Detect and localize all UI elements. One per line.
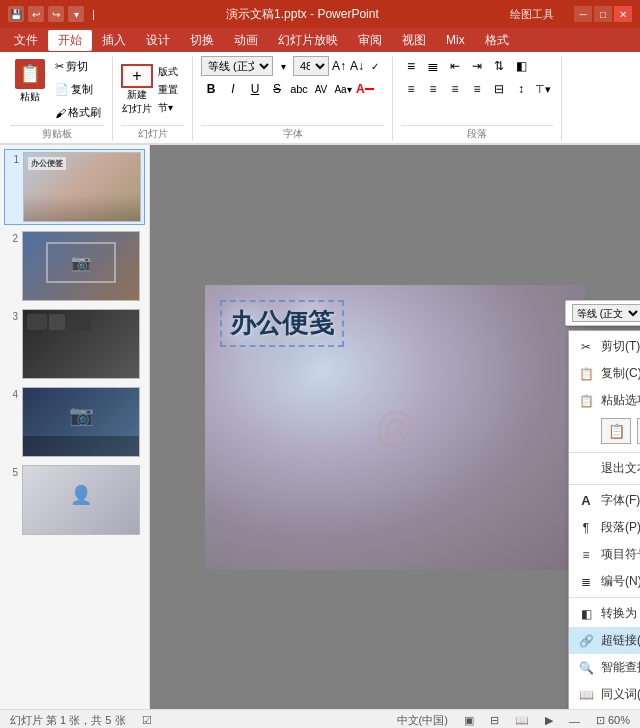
- font-size-select[interactable]: 48: [293, 56, 329, 76]
- strikethrough-btn[interactable]: S: [267, 79, 287, 99]
- decrease-indent-btn[interactable]: ⇤: [445, 56, 465, 76]
- slide-thumb-4[interactable]: 4 📷: [4, 385, 145, 459]
- slide-thumb-3[interactable]: 3: [4, 307, 145, 381]
- font-group: 等线 (正文) ▾ 48 A↑ A↓ ✓ B I U S abc AV Aa▾ …: [193, 56, 393, 141]
- view-reading-btn[interactable]: 📖: [515, 714, 529, 727]
- view-normal-btn[interactable]: ▣: [464, 714, 474, 727]
- convert-smartart-btn[interactable]: ◧: [511, 56, 531, 76]
- cols-btn[interactable]: ⊟: [489, 79, 509, 99]
- close-btn[interactable]: ✕: [614, 6, 632, 22]
- menu-format[interactable]: 格式: [475, 30, 519, 51]
- context-synonyms[interactable]: 📖 同义词(Y) ▶: [569, 681, 640, 708]
- clipboard-buttons: 📋 粘贴 ✂ 剪切 📄 复制 🖌 格式刷: [10, 56, 104, 123]
- format-painter-button[interactable]: 🖌 格式刷: [52, 102, 104, 123]
- context-exit-text-label: 退出文本编辑(X): [601, 460, 640, 477]
- menu-insert[interactable]: 插入: [92, 30, 136, 51]
- layout-button[interactable]: 版式: [157, 64, 179, 80]
- window-controls: ─ □ ✕: [574, 6, 632, 22]
- underline-btn[interactable]: U: [245, 79, 265, 99]
- shadow-btn[interactable]: abc: [289, 79, 309, 99]
- menu-file[interactable]: 文件: [4, 30, 48, 51]
- view-slideshow-btn[interactable]: ▶: [545, 714, 553, 727]
- bullets-btn[interactable]: ≡: [401, 56, 421, 76]
- context-bullets[interactable]: ≡ 项目符号(B) ▶: [569, 541, 640, 568]
- menu-slideshow[interactable]: 幻灯片放映: [268, 30, 348, 51]
- copy-button[interactable]: 📄 复制: [52, 79, 104, 100]
- font-color-btn[interactable]: A: [355, 79, 375, 99]
- context-paragraph[interactable]: ¶ 段落(P)...: [569, 514, 640, 541]
- accessibility-icon: ☑: [142, 714, 152, 727]
- paste-icon: 📋: [15, 59, 45, 89]
- minimize-btn[interactable]: ─: [574, 6, 592, 22]
- ctx-sep-1: [569, 452, 640, 453]
- drawing-tools-label: 绘图工具: [510, 7, 554, 22]
- decrease-font-btn[interactable]: A↓: [349, 58, 365, 74]
- context-copy[interactable]: 📋 复制(C): [569, 360, 640, 387]
- slide1-title-label: 办公便签: [28, 157, 66, 170]
- new-slide-label2: 幻灯片: [122, 102, 152, 116]
- menu-home[interactable]: 开始: [48, 30, 92, 51]
- cut-icon: ✂: [577, 338, 595, 356]
- slide-thumb-5[interactable]: 5 👤: [4, 463, 145, 537]
- increase-font-btn[interactable]: A↑: [331, 58, 347, 74]
- menu-mix[interactable]: Mix: [436, 31, 475, 49]
- slide-thumb-1[interactable]: 1 办公便签: [4, 149, 145, 225]
- new-slide-button[interactable]: + 新建 幻灯片: [121, 64, 153, 116]
- slide-num-2: 2: [6, 233, 18, 244]
- format-painter-label: 格式刷: [68, 105, 101, 120]
- font-name-select[interactable]: 等线 (正文): [201, 56, 273, 76]
- text-align-btn[interactable]: ⊤▾: [533, 79, 553, 99]
- context-menu: ✂ 剪切(T) 📋 复制(C) 📋 粘贴选项: 📋 🖼 退出文本编辑(X): [568, 330, 640, 709]
- context-numbering[interactable]: ≣ 编号(N) ▶: [569, 568, 640, 595]
- bold-btn[interactable]: B: [201, 79, 221, 99]
- context-font[interactable]: A 字体(F)...: [569, 487, 640, 514]
- context-translate[interactable]: 🌐 翻译(S): [569, 708, 640, 709]
- section-button[interactable]: 节▾: [157, 100, 179, 116]
- menu-view[interactable]: 视图: [392, 30, 436, 51]
- slide-thumb-2[interactable]: 2 📷: [4, 229, 145, 303]
- customize-icon[interactable]: ▾: [68, 6, 84, 22]
- menu-transitions[interactable]: 切换: [180, 30, 224, 51]
- title-bar-icons: 💾 ↩ ↪ ▾ |: [8, 6, 95, 22]
- menu-design[interactable]: 设计: [136, 30, 180, 51]
- view-slide-btn[interactable]: ⊟: [490, 714, 499, 727]
- menu-review[interactable]: 审阅: [348, 30, 392, 51]
- text-direction-btn[interactable]: ⇅: [489, 56, 509, 76]
- numbering-btn[interactable]: ≣: [423, 56, 443, 76]
- align-justify-btn[interactable]: ≡: [467, 79, 487, 99]
- mini-font-select[interactable]: 等线 (正文 ▾: [572, 304, 640, 322]
- italic-btn[interactable]: I: [223, 79, 243, 99]
- font-dropdown-icon[interactable]: ▾: [275, 58, 291, 74]
- zoom-slider-icon[interactable]: ⊡ 60%: [596, 714, 630, 727]
- paste-button[interactable]: 📋 粘贴: [10, 56, 50, 123]
- slide-title-box[interactable]: 办公便笺: [220, 300, 344, 347]
- undo-icon[interactable]: ↩: [28, 6, 44, 22]
- align-left-btn[interactable]: ≡: [401, 79, 421, 99]
- mini-toolbar: 等线 (正文 ▾ ▲ ▼ B I U ≡ ≡ ≡ ≡ A 🖌: [565, 300, 640, 326]
- redo-icon[interactable]: ↪: [48, 6, 64, 22]
- paste-option-1[interactable]: 📋: [601, 418, 631, 444]
- change-case-btn[interactable]: Aa▾: [333, 79, 353, 99]
- menu-animations[interactable]: 动画: [224, 30, 268, 51]
- exit-text-icon: [577, 460, 595, 478]
- reset-button[interactable]: 重置: [157, 82, 179, 98]
- maximize-btn[interactable]: □: [594, 6, 612, 22]
- slide-num-4: 4: [6, 389, 18, 400]
- context-smart-lookup[interactable]: 🔍 智能查找(L): [569, 654, 640, 681]
- clipboard-group-label: 剪贴板: [10, 125, 104, 141]
- context-cut[interactable]: ✂ 剪切(T): [569, 333, 640, 360]
- increase-indent-btn[interactable]: ⇥: [467, 56, 487, 76]
- clear-format-btn[interactable]: ✓: [367, 58, 383, 74]
- font-row2: B I U S abc AV Aa▾ A: [201, 79, 384, 99]
- ctx-sep-3: [569, 597, 640, 598]
- context-hyperlink[interactable]: 🔗 超链接(H)...: [569, 627, 640, 654]
- context-smartart[interactable]: ◧ 转换为 SmartArt(M) ▶: [569, 600, 640, 627]
- align-center-btn[interactable]: ≡: [423, 79, 443, 99]
- save-icon[interactable]: 💾: [8, 6, 24, 22]
- align-right-btn[interactable]: ≡: [445, 79, 465, 99]
- cut-button[interactable]: ✂ 剪切: [52, 56, 104, 77]
- slide-img-5: 👤: [22, 465, 140, 535]
- context-exit-text[interactable]: 退出文本编辑(X): [569, 455, 640, 482]
- char-spacing-btn[interactable]: AV: [311, 79, 331, 99]
- line-spacing-btn[interactable]: ↕: [511, 79, 531, 99]
